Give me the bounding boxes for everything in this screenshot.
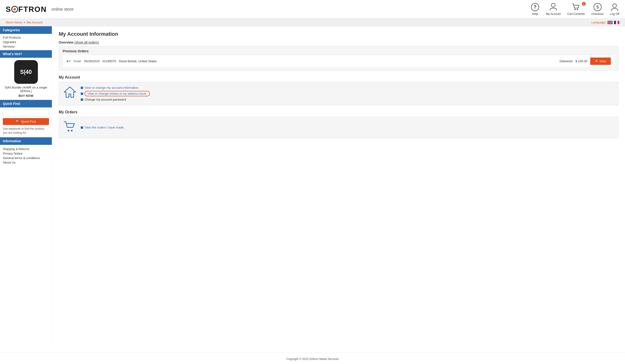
product-icon-text: S|40 [20,69,32,75]
quick-find-section-title: Quick Find [0,100,52,107]
logo-dot [13,8,16,10]
sidebar-item-full-products[interactable]: Full Products [3,36,49,39]
information-links: Shipping & Returns Privacy Notice Genera… [0,145,52,167]
main-content: My Account Information Overview (show al… [52,26,625,343]
order-amount: $ 150.00 [575,60,587,63]
logo-subtitle: online store [52,7,74,12]
breadcrumb-store-home[interactable]: Store Home [6,21,22,24]
my-orders-heading: My Orders [59,110,618,114]
previous-orders-container: Previous Orders ↩ Order 05/29/2019 #2190… [59,46,618,70]
previous-orders-title: Previous Orders [63,49,614,53]
cart-section-icon [64,121,76,134]
help-label: Help [532,12,538,16]
account-link-info-link[interactable]: View or change my account information. [85,86,139,90]
order-status: Delivered [560,60,573,63]
language-label: Language: [592,21,606,24]
account-link-address: View or change entries in my address boo… [81,91,150,96]
house-icon-svg [64,86,76,98]
flag-uk[interactable] [607,21,613,24]
cart-badge: 1 [582,2,586,6]
svg-text:$: $ [596,5,598,9]
svg-rect-11 [618,21,619,24]
account-link-password: Change my account password. [81,98,150,101]
sidebar-item-terms[interactable]: General terms & conditions [3,156,49,160]
orders-section-box: View the orders I have made. [59,117,618,138]
categories-section-title: Categories [0,26,52,34]
bullet-icon-2 [81,92,83,95]
order-customer: David Belisle, United States [119,60,557,63]
view-order-button[interactable]: 👁 View [590,58,611,65]
logo-ftron: FTRON [18,5,47,14]
my-account-heading: My Account [59,75,618,80]
account-link-password-text: Change my account password. [85,98,127,101]
logo-s: S [6,5,11,14]
my-account-label: My Account [546,12,561,16]
main-layout: Categories Full Products Upgrades Servic… [0,26,625,343]
svg-rect-9 [614,21,616,24]
logo[interactable]: S FTRON [6,5,47,14]
footer-copyright: Copyright © 2023 Softron Media Services [286,357,339,361]
product-title: S|40 Bundle (4xMR on a single SERIAL) [3,86,49,93]
svg-point-14 [71,130,73,132]
checkout-label: Checkout [591,12,603,16]
sidebar-item-privacy[interactable]: Privacy Notice [3,152,49,155]
help-icon: ? [531,3,539,11]
account-link-info: View or change my account information. [81,86,150,90]
top-nav: ? Help My Account 1 Cart Contents [531,3,619,16]
svg-marker-12 [64,87,75,97]
view-btn-label: View [599,60,606,63]
sidebar-item-services[interactable]: Services [3,45,49,48]
quick-find-input[interactable] [3,110,49,116]
sidebar-item-shipping[interactable]: Shipping & Returns [3,147,49,151]
categories-links: Full Products Upgrades Services [0,34,52,50]
cart-orders-icon [64,121,76,132]
flag-fr[interactable] [614,21,619,24]
cart-nav-item[interactable]: 1 Cart Contents [567,3,585,16]
overview-label: Overview [59,40,73,44]
home-icon [64,86,76,100]
sidebar-item-about[interactable]: About Us [3,161,49,164]
cart-label: Cart Contents [567,12,585,16]
product-icon: S|40 [14,60,38,84]
order-date: 05/29/2019 [84,60,99,63]
help-nav-item[interactable]: ? Help [531,3,539,16]
quick-find-hint: Use keywords to find the product you are… [3,127,49,135]
breadcrumb-current: My Account [27,21,43,24]
my-account-nav-item[interactable]: My Account [546,3,561,16]
bullet-icon-3 [81,98,83,101]
svg-point-2 [551,3,555,7]
account-link-address-link[interactable]: View or change entries in my address boo… [85,91,150,96]
svg-point-3 [575,9,576,10]
whats-hot-section: S|40 S|40 Bundle (4xMR on a single SERIA… [0,58,52,100]
svg-rect-10 [616,21,617,24]
breadcrumb-separator: > [23,21,25,24]
logo-icon [11,6,18,13]
search-icon: 🔍 [16,120,20,123]
logoff-nav-item[interactable]: Log Off [610,3,619,16]
breadcrumb: Store Home > My Account Language: [0,19,625,26]
order-row: ↩ Order 05/29/2019 #2190070 David Belisl… [63,55,614,67]
logoff-icon [610,3,619,11]
whats-hot-section-title: What's Hot? [0,50,52,58]
footer: Copyright © 2023 Softron Media Services [0,352,625,364]
orders-link-item: View the orders I have made. [81,126,125,129]
order-number: #2190070 [102,60,116,63]
sidebar-item-upgrades[interactable]: Upgrades [3,40,49,44]
order-label: Order [73,60,81,63]
bullet-icon [81,87,83,89]
checkout-nav-item[interactable]: $ Checkout [591,3,603,16]
show-all-orders-link[interactable]: (show all orders) [74,40,99,44]
logo-area: S FTRON online store [6,5,74,14]
overview-bar: Overview (show all orders) [59,40,618,44]
language-selector: Language: [592,21,619,24]
quick-find-button[interactable]: 🔍 Quick Find [3,118,49,125]
cart-icon [572,3,580,11]
logoff-label: Log Off [610,12,619,16]
eye-icon: 👁 [595,60,598,63]
account-links-list: View or change my account information. V… [81,86,150,101]
view-orders-link[interactable]: View the orders I have made. [85,126,125,129]
svg-point-4 [577,9,578,10]
site-header: S FTRON online store ? Help My Account [0,0,625,19]
buy-now-link[interactable]: BUY NOW [18,94,33,97]
quick-find-section: 🔍 Quick Find Use keywords to find the pr… [0,107,52,137]
